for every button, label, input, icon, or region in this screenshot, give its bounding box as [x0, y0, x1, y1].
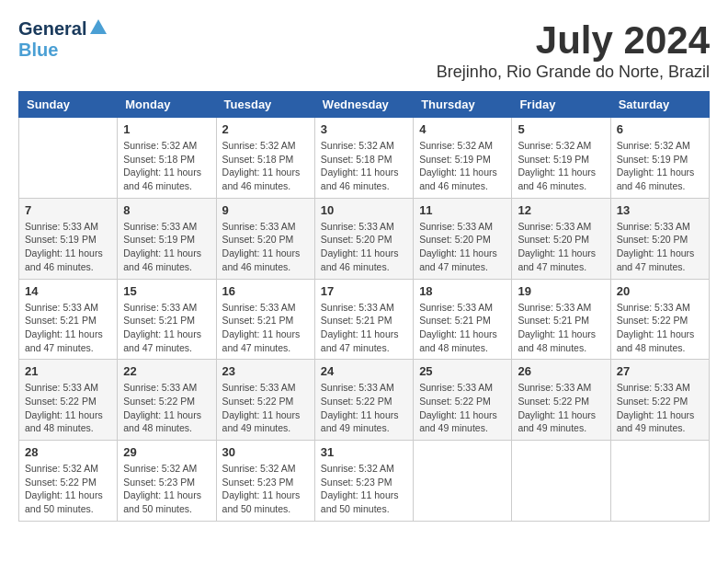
calendar-cell: 1Sunrise: 5:32 AM Sunset: 5:18 PM Daylig…: [118, 118, 216, 199]
day-info: Sunrise: 5:32 AM Sunset: 5:18 PM Dayligh…: [321, 139, 407, 193]
day-info: Sunrise: 5:32 AM Sunset: 5:22 PM Dayligh…: [25, 462, 111, 516]
page-header: General Blue July 2024 Brejinho, Rio Gra…: [18, 18, 710, 82]
day-info: Sunrise: 5:33 AM Sunset: 5:22 PM Dayligh…: [518, 381, 604, 435]
day-number: 2: [222, 122, 309, 136]
day-info: Sunrise: 5:33 AM Sunset: 5:19 PM Dayligh…: [123, 220, 210, 274]
logo-blue: Blue: [18, 40, 58, 60]
day-info: Sunrise: 5:32 AM Sunset: 5:18 PM Dayligh…: [222, 139, 309, 193]
day-info: Sunrise: 5:33 AM Sunset: 5:21 PM Dayligh…: [25, 301, 111, 355]
logo: General Blue: [18, 18, 108, 61]
day-number: 3: [321, 122, 407, 136]
day-number: 9: [222, 203, 309, 217]
calendar-cell: 7Sunrise: 5:33 AM Sunset: 5:19 PM Daylig…: [19, 198, 118, 279]
day-info: Sunrise: 5:33 AM Sunset: 5:21 PM Dayligh…: [222, 301, 309, 355]
calendar-cell: 15Sunrise: 5:33 AM Sunset: 5:21 PM Dayli…: [118, 279, 216, 360]
day-number: 23: [222, 364, 309, 378]
month-title: July 2024: [437, 18, 710, 63]
day-info: Sunrise: 5:32 AM Sunset: 5:19 PM Dayligh…: [617, 139, 703, 193]
day-number: 25: [419, 364, 506, 378]
calendar-cell: 30Sunrise: 5:32 AM Sunset: 5:23 PM Dayli…: [216, 441, 314, 522]
calendar-cell: 8Sunrise: 5:33 AM Sunset: 5:19 PM Daylig…: [118, 198, 216, 279]
week-row-1: 1Sunrise: 5:32 AM Sunset: 5:18 PM Daylig…: [19, 118, 710, 199]
day-number: 11: [419, 203, 506, 217]
location-title: Brejinho, Rio Grande do Norte, Brazil: [437, 63, 710, 82]
day-number: 31: [321, 445, 407, 459]
day-info: Sunrise: 5:33 AM Sunset: 5:21 PM Dayligh…: [321, 301, 407, 355]
weekday-tuesday: Tuesday: [216, 92, 314, 118]
day-number: 5: [518, 122, 604, 136]
day-info: Sunrise: 5:33 AM Sunset: 5:20 PM Dayligh…: [222, 220, 309, 274]
day-number: 19: [518, 284, 604, 298]
day-number: 6: [617, 122, 703, 136]
week-row-4: 21Sunrise: 5:33 AM Sunset: 5:22 PM Dayli…: [19, 360, 710, 441]
calendar-cell: 3Sunrise: 5:32 AM Sunset: 5:18 PM Daylig…: [314, 118, 413, 199]
week-row-2: 7Sunrise: 5:33 AM Sunset: 5:19 PM Daylig…: [19, 198, 710, 279]
calendar-cell: 4Sunrise: 5:32 AM Sunset: 5:19 PM Daylig…: [414, 118, 512, 199]
calendar-cell: [610, 441, 709, 522]
title-section: July 2024 Brejinho, Rio Grande do Norte,…: [437, 18, 710, 82]
day-info: Sunrise: 5:33 AM Sunset: 5:20 PM Dayligh…: [419, 220, 506, 274]
calendar-cell: 24Sunrise: 5:33 AM Sunset: 5:22 PM Dayli…: [314, 360, 413, 441]
day-number: 30: [222, 445, 309, 459]
calendar-cell: 25Sunrise: 5:33 AM Sunset: 5:22 PM Dayli…: [414, 360, 512, 441]
week-row-3: 14Sunrise: 5:33 AM Sunset: 5:21 PM Dayli…: [19, 279, 710, 360]
svg-marker-0: [90, 19, 107, 34]
day-number: 27: [617, 364, 703, 378]
calendar-cell: 17Sunrise: 5:33 AM Sunset: 5:21 PM Dayli…: [314, 279, 413, 360]
day-info: Sunrise: 5:33 AM Sunset: 5:22 PM Dayligh…: [222, 381, 309, 435]
day-number: 13: [617, 203, 703, 217]
day-number: 28: [25, 445, 111, 459]
calendar-cell: 28Sunrise: 5:32 AM Sunset: 5:22 PM Dayli…: [19, 441, 118, 522]
day-info: Sunrise: 5:33 AM Sunset: 5:21 PM Dayligh…: [123, 301, 210, 355]
weekday-header-row: SundayMondayTuesdayWednesdayThursdayFrid…: [19, 92, 710, 118]
day-number: 20: [617, 284, 703, 298]
calendar-cell: 21Sunrise: 5:33 AM Sunset: 5:22 PM Dayli…: [19, 360, 118, 441]
day-number: 10: [321, 203, 407, 217]
calendar-cell: 5Sunrise: 5:32 AM Sunset: 5:19 PM Daylig…: [512, 118, 610, 199]
calendar-table: SundayMondayTuesdayWednesdayThursdayFrid…: [18, 91, 710, 522]
calendar-cell: 12Sunrise: 5:33 AM Sunset: 5:20 PM Dayli…: [512, 198, 610, 279]
day-number: 22: [123, 364, 210, 378]
day-info: Sunrise: 5:33 AM Sunset: 5:20 PM Dayligh…: [321, 220, 407, 274]
day-info: Sunrise: 5:33 AM Sunset: 5:22 PM Dayligh…: [25, 381, 111, 435]
calendar-cell: 29Sunrise: 5:32 AM Sunset: 5:23 PM Dayli…: [118, 441, 216, 522]
calendar-cell: 11Sunrise: 5:33 AM Sunset: 5:20 PM Dayli…: [414, 198, 512, 279]
weekday-thursday: Thursday: [414, 92, 512, 118]
weekday-sunday: Sunday: [19, 92, 118, 118]
day-info: Sunrise: 5:33 AM Sunset: 5:20 PM Dayligh…: [617, 220, 703, 274]
weekday-wednesday: Wednesday: [314, 92, 413, 118]
day-number: 14: [25, 284, 111, 298]
day-number: 17: [321, 284, 407, 298]
weekday-friday: Friday: [512, 92, 610, 118]
day-info: Sunrise: 5:33 AM Sunset: 5:21 PM Dayligh…: [518, 301, 604, 355]
calendar-cell: 20Sunrise: 5:33 AM Sunset: 5:22 PM Dayli…: [610, 279, 709, 360]
day-info: Sunrise: 5:32 AM Sunset: 5:23 PM Dayligh…: [123, 462, 210, 516]
day-info: Sunrise: 5:33 AM Sunset: 5:21 PM Dayligh…: [419, 301, 506, 355]
day-info: Sunrise: 5:32 AM Sunset: 5:23 PM Dayligh…: [222, 462, 309, 516]
calendar-cell: 6Sunrise: 5:32 AM Sunset: 5:19 PM Daylig…: [610, 118, 709, 199]
calendar-cell: [512, 441, 610, 522]
calendar-cell: 23Sunrise: 5:33 AM Sunset: 5:22 PM Dayli…: [216, 360, 314, 441]
day-info: Sunrise: 5:32 AM Sunset: 5:18 PM Dayligh…: [123, 139, 210, 193]
weekday-monday: Monday: [118, 92, 216, 118]
calendar-cell: 18Sunrise: 5:33 AM Sunset: 5:21 PM Dayli…: [414, 279, 512, 360]
day-info: Sunrise: 5:33 AM Sunset: 5:22 PM Dayligh…: [617, 381, 703, 435]
calendar-cell: 2Sunrise: 5:32 AM Sunset: 5:18 PM Daylig…: [216, 118, 314, 199]
calendar-cell: [19, 118, 118, 199]
day-number: 16: [222, 284, 309, 298]
day-info: Sunrise: 5:33 AM Sunset: 5:22 PM Dayligh…: [419, 381, 506, 435]
day-info: Sunrise: 5:33 AM Sunset: 5:22 PM Dayligh…: [321, 381, 407, 435]
calendar-cell: 9Sunrise: 5:33 AM Sunset: 5:20 PM Daylig…: [216, 198, 314, 279]
calendar-cell: 31Sunrise: 5:32 AM Sunset: 5:23 PM Dayli…: [314, 441, 413, 522]
day-number: 4: [419, 122, 506, 136]
day-number: 15: [123, 284, 210, 298]
day-number: 7: [25, 203, 111, 217]
weekday-saturday: Saturday: [610, 92, 709, 118]
calendar-cell: 19Sunrise: 5:33 AM Sunset: 5:21 PM Dayli…: [512, 279, 610, 360]
logo-icon: [88, 17, 108, 38]
calendar-cell: 10Sunrise: 5:33 AM Sunset: 5:20 PM Dayli…: [314, 198, 413, 279]
day-info: Sunrise: 5:32 AM Sunset: 5:19 PM Dayligh…: [518, 139, 604, 193]
day-number: 29: [123, 445, 210, 459]
day-number: 18: [419, 284, 506, 298]
day-number: 24: [321, 364, 407, 378]
